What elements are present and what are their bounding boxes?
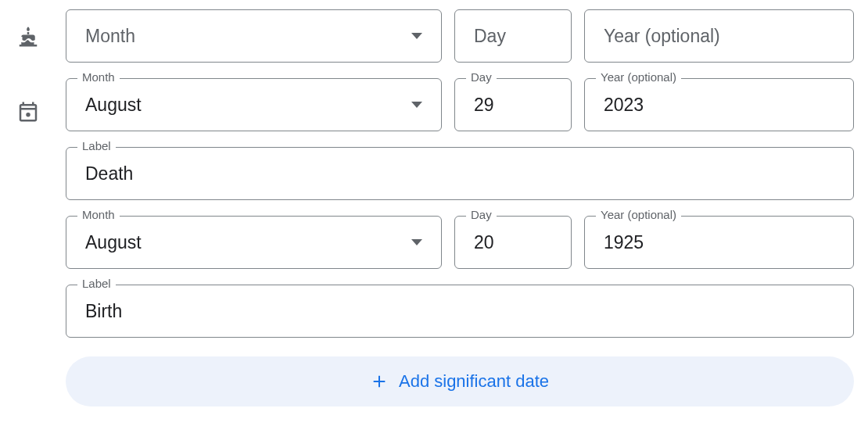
year-label: Year (optional) <box>596 71 681 83</box>
chevron-down-icon <box>411 102 422 108</box>
birthday-year-placeholder: Year (optional) <box>604 26 720 47</box>
event-day-input[interactable]: Day 29 <box>454 78 572 131</box>
event-month-value: August <box>85 232 402 253</box>
event-year-input[interactable]: Year (optional) 1925 <box>584 216 854 269</box>
event-year-value: 1925 <box>604 232 834 253</box>
label-label: Label <box>77 140 116 152</box>
event-year-input[interactable]: Year (optional) 2023 <box>584 78 854 131</box>
event-label-input[interactable]: Label Death <box>66 147 854 200</box>
add-button-label: Add significant date <box>399 371 549 392</box>
event-month-select[interactable]: Month August <box>66 78 442 131</box>
month-label: Month <box>77 71 120 83</box>
event-label-input[interactable]: Label Birth <box>66 285 854 338</box>
birthday-month-placeholder: Month <box>85 26 135 47</box>
event-label-value: Death <box>85 163 834 184</box>
add-significant-date-button[interactable]: Add significant date <box>66 356 854 406</box>
year-label: Year (optional) <box>596 209 681 220</box>
day-label: Day <box>466 209 497 220</box>
label-label: Label <box>77 278 116 289</box>
birthday-month-select[interactable]: Month <box>66 9 442 63</box>
event-year-value: 2023 <box>604 95 834 116</box>
event-month-value: August <box>85 95 402 116</box>
cake-icon <box>14 9 42 48</box>
birthday-day-input[interactable]: Day <box>454 9 572 63</box>
event-day-value: 20 <box>474 232 552 253</box>
day-label: Day <box>466 71 497 83</box>
event-day-input[interactable]: Day 20 <box>454 216 572 269</box>
calendar-icon <box>14 78 42 124</box>
birthday-year-input[interactable]: Year (optional) <box>584 9 854 63</box>
chevron-down-icon <box>411 239 422 245</box>
svg-point-0 <box>26 113 30 117</box>
event-month-select[interactable]: Month August <box>66 216 442 269</box>
birthday-day-placeholder: Day <box>474 26 506 47</box>
chevron-down-icon <box>411 33 422 39</box>
event-day-value: 29 <box>474 95 552 116</box>
event-label-value: Birth <box>85 301 834 322</box>
plus-icon <box>371 373 388 390</box>
month-label: Month <box>77 209 120 220</box>
